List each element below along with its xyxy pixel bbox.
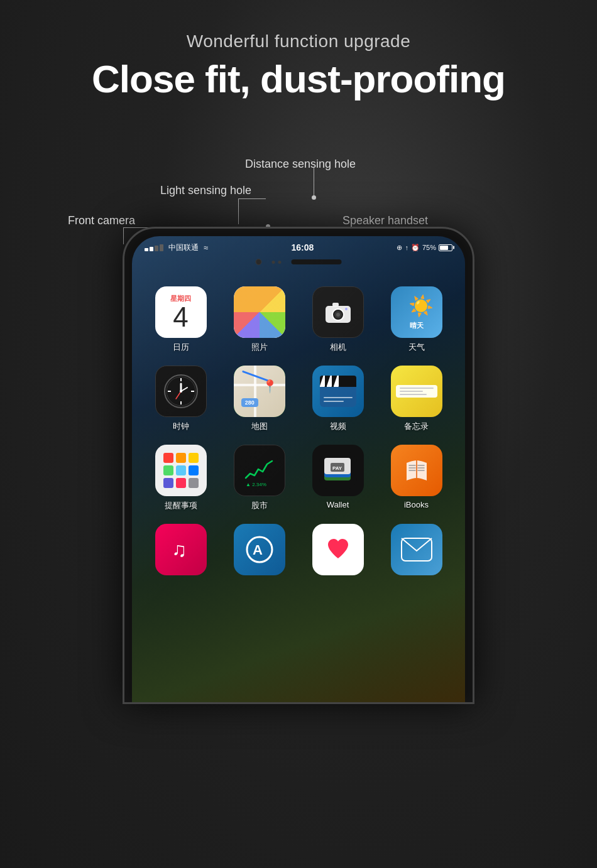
app-label-maps: 地图 [251, 421, 268, 432]
sensor-dot-2 [278, 261, 282, 264]
app-label-notes: 备忘录 [404, 421, 429, 432]
appstore-svg: A [244, 534, 275, 565]
speaker-bar [292, 259, 342, 264]
carrier-name: 中国联通 [168, 242, 199, 253]
health-svg [323, 534, 353, 565]
app-icon-notes [391, 366, 442, 417]
app-item-camera[interactable]: 相机 [302, 286, 374, 353]
mail-svg [400, 537, 433, 562]
app-item-photos[interactable]: 照片 [223, 286, 295, 353]
svg-text:▲ 2.34%: ▲ 2.34% [246, 482, 266, 487]
time-display: 16:08 [291, 242, 314, 252]
app-icon-weather: ☀️ 晴天 [391, 286, 442, 338]
app-label-stocks: 股市 [251, 500, 268, 511]
wallet-svg: PAY [319, 452, 357, 489]
annotation-distance-sensing: Distance sensing hole [245, 158, 356, 171]
signal-dot-4 [160, 244, 163, 251]
app-label-reminders: 提醒事项 [165, 500, 197, 511]
status-bar: 中国联通 ≈ 16:08 ⊕ ↑ ⏰ 75% [132, 236, 465, 259]
sensor-dots [272, 261, 282, 264]
app-item-health[interactable] [302, 524, 374, 579]
ibooks-svg [400, 454, 433, 487]
annotation-light-sensing: Light sensing hole [160, 184, 251, 197]
app-item-wallet[interactable]: PAY Wallet [302, 445, 374, 511]
app-label-photos: 照片 [251, 342, 268, 353]
line-light-sensing-v [238, 198, 239, 224]
signal-dot-3 [155, 246, 158, 251]
battery-percent: 75% [422, 244, 436, 251]
signal-dot-1 [145, 248, 148, 251]
app-icon-wallet: PAY [312, 445, 364, 496]
header-section: Wonderful function upgrade Close fit, du… [0, 0, 597, 101]
phone-area: Distance sensing hole Light sensing hole… [0, 139, 597, 704]
notch-area [256, 259, 342, 265]
annotation-speaker: Speaker handset [342, 214, 428, 227]
app-item-appstore[interactable]: A [223, 524, 295, 579]
svg-point-15 [180, 390, 182, 393]
app-icon-calendar: 星期四 4 [155, 286, 207, 338]
battery-container [439, 244, 452, 251]
app-item-calendar[interactable]: 星期四 4 日历 [145, 286, 217, 353]
calendar-day-num: 4 [173, 303, 188, 331]
title: Close fit, dust-proofing [0, 57, 597, 101]
sensor-dot-1 [272, 261, 275, 264]
battery-fill [440, 246, 449, 250]
front-camera-lens [256, 259, 262, 265]
app-label-camera: 相机 [330, 342, 346, 353]
stocks-svg: ▲ 2.34% [241, 452, 278, 489]
clock-svg [162, 372, 200, 410]
svg-text:PAY: PAY [332, 465, 342, 471]
svg-rect-4 [332, 303, 339, 307]
svg-point-3 [336, 313, 340, 317]
battery-icon [439, 244, 452, 251]
app-item-music[interactable]: ♫ [145, 524, 217, 579]
app-icon-maps: 📍 280 [234, 366, 285, 417]
svg-text:♫: ♫ [172, 538, 187, 561]
app-label-ibooks: iBooks [404, 500, 429, 509]
app-icon-photos [234, 286, 285, 338]
phone-screen: 中国联通 ≈ 16:08 ⊕ ↑ ⏰ 75% [132, 236, 465, 702]
app-item-mail[interactable] [380, 524, 452, 579]
status-right: ⊕ ↑ ⏰ 75% [397, 244, 452, 252]
annotation-front-camera: Front camera [68, 214, 135, 227]
subtitle: Wonderful function upgrade [0, 31, 597, 52]
app-item-stocks[interactable]: ▲ 2.34% 股市 [223, 445, 295, 511]
app-item-notes[interactable]: 备忘录 [380, 366, 452, 432]
app-grid: 星期四 4 日历 照片 [145, 286, 452, 579]
line-light-sensing-h [238, 198, 266, 199]
app-icon-camera [312, 286, 364, 338]
status-left: 中国联通 ≈ [145, 242, 208, 253]
app-icon-appstore: A [234, 524, 285, 575]
app-icon-ibooks [391, 445, 442, 496]
camera-svg [324, 300, 353, 325]
arrow-icon: ↑ [405, 244, 408, 251]
app-item-maps[interactable]: 📍 280 地图 [223, 366, 295, 432]
app-item-ibooks[interactable]: iBooks [380, 445, 452, 511]
app-label-calendar: 日历 [173, 342, 189, 353]
app-icon-health [312, 524, 364, 575]
app-label-weather: 天气 [408, 342, 425, 353]
music-svg: ♫ [167, 535, 195, 564]
dot-distance-sensing [312, 195, 316, 200]
phone-frame: 中国联通 ≈ 16:08 ⊕ ↑ ⏰ 75% [123, 227, 474, 704]
app-item-clock[interactable]: 时钟 [145, 366, 217, 432]
app-icon-music: ♫ [155, 524, 207, 575]
app-icon-videos [312, 366, 364, 417]
wifi-icon: ≈ [204, 243, 208, 252]
app-item-weather[interactable]: ☀️ 晴天 天气 [380, 286, 452, 353]
app-icon-reminders [155, 445, 207, 496]
app-item-videos[interactable]: 视频 [302, 366, 374, 432]
app-icon-clock [155, 366, 207, 417]
alarm-icon: ⏰ [411, 244, 420, 252]
signal-dots [145, 244, 163, 251]
app-label-clock: 时钟 [173, 421, 189, 432]
svg-point-5 [345, 308, 348, 310]
app-icon-mail [391, 524, 442, 575]
line-front-camera-v [123, 227, 124, 244]
svg-text:A: A [253, 542, 263, 558]
app-label-videos: 视频 [330, 421, 346, 432]
signal-dot-2 [150, 247, 153, 251]
line-distance-sensing [314, 168, 314, 195]
photos-inner [234, 286, 285, 338]
app-item-reminders[interactable]: 提醒事项 [145, 445, 217, 511]
